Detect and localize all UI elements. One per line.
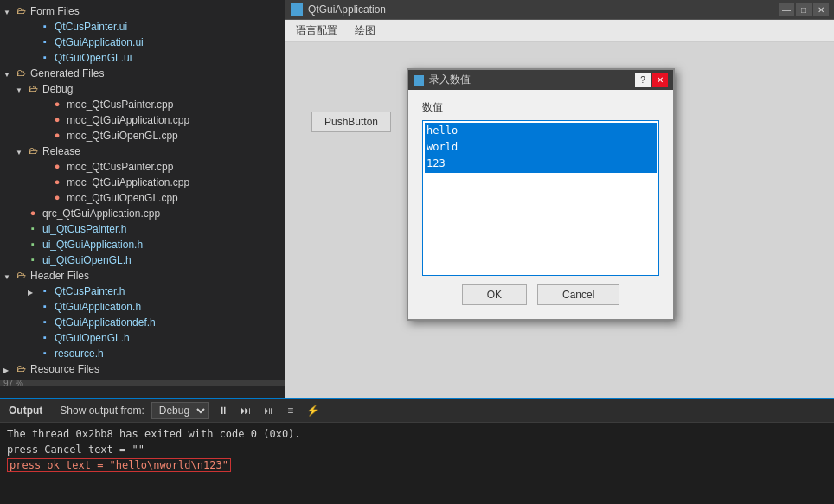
show-from-label: Show output from: xyxy=(60,405,144,417)
sidebar-item-release[interactable]: 🗁 Release xyxy=(0,144,285,159)
sidebar-item-moc-opengl-r[interactable]: ● moc_QtGuiOpenGL.cpp xyxy=(0,190,285,206)
folder-icon-form-files: 🗁 xyxy=(14,5,28,17)
dialog-content: 数值 hello world 123 OK Cancel xyxy=(408,90,673,319)
sidebar-item-qtguiapplicationdef-h[interactable]: ▪ QtGuiApplicationdef.h xyxy=(0,315,285,330)
sidebar-scrollbar[interactable]: 97 % xyxy=(0,380,285,386)
cpp-icon-4: ● xyxy=(50,161,64,173)
minimize-button[interactable]: — xyxy=(779,3,794,16)
dialog-buttons: OK Cancel xyxy=(422,276,659,309)
label-moc-gui-d: moc_QtGuiApplication.cpp xyxy=(67,114,189,126)
sidebar-item-moc-cus-r[interactable]: ● moc_QtCusPainter.cpp xyxy=(0,159,285,175)
sidebar-item-qtguiapplication-h[interactable]: ▪ QtGuiApplication.h xyxy=(0,299,285,315)
qt-menubar: 语言配置 绘图 xyxy=(285,20,834,42)
dialog-titlebar-left: 录入数值 xyxy=(414,73,471,87)
arrow-resource-files xyxy=(3,365,14,374)
content-area: QtGuiApplication — □ ✕ 语言配置 绘图 PushButto… xyxy=(285,0,834,398)
output-title: Output xyxy=(9,405,42,417)
arrow-debug xyxy=(16,85,26,94)
label-resource-h: resource.h xyxy=(55,348,104,360)
sidebar-item-resource-files[interactable]: 🗁 Resource Files xyxy=(0,361,285,377)
close-button[interactable]: ✕ xyxy=(813,3,829,16)
label-qrc: qrc_QtGuiApplication.cpp xyxy=(42,207,160,220)
dialog-line-123: 123 xyxy=(425,156,657,172)
toolbar-btn-1[interactable]: ⏸ xyxy=(215,404,231,418)
arrow-header-files xyxy=(3,271,14,281)
sidebar-item-moc-gui-r[interactable]: ● moc_QtGuiApplication.cpp xyxy=(0,175,285,190)
file-tree-sidebar: 🗁 Form Files ▪ QtCusPainter.ui ▪ QtGuiAp… xyxy=(0,0,285,398)
sidebar-item-qtguiopengl-ui[interactable]: ▪ QtGuiOpenGL.ui xyxy=(0,50,285,66)
sidebar-item-moc-cus-d[interactable]: ● moc_QtCusPainter.cpp xyxy=(0,97,285,112)
h-icon-1: ▪ xyxy=(26,223,40,235)
dialog-close-button[interactable]: ✕ xyxy=(652,73,668,87)
h-icon-6: ▪ xyxy=(38,316,52,329)
zoom-level: 97 % xyxy=(3,379,23,388)
sidebar-item-resource-h[interactable]: ▪ resource.h xyxy=(0,346,285,361)
dialog-value-label: 数值 xyxy=(422,100,659,115)
output-line-2: press ok text = "hello\nworld\n123" xyxy=(7,457,827,473)
ui-icon-1: ▪ xyxy=(38,21,52,33)
cpp-icon-3: ● xyxy=(50,130,64,142)
label-moc-opengl-r: moc_QtGuiOpenGL.cpp xyxy=(67,192,178,204)
qt-main-content: PushButton 录入数值 ? ✕ xyxy=(285,42,834,398)
dialog-line-world: world xyxy=(425,139,657,156)
sidebar-item-header-files[interactable]: 🗁 Header Files xyxy=(0,268,285,284)
sidebar-item-generated-files[interactable]: 🗁 Generated Files xyxy=(0,66,285,81)
output-source-dropdown[interactable]: Debug xyxy=(151,402,208,419)
cpp-icon-5: ● xyxy=(50,176,64,188)
label-header-files: Header Files xyxy=(30,270,89,282)
sidebar-item-qtcuspainter-h[interactable]: ▪ QtCusPainter.h xyxy=(0,284,285,299)
cpp-icon-1: ● xyxy=(50,99,64,111)
dialog-title: 录入数值 xyxy=(429,73,471,87)
ui-icon-3: ▪ xyxy=(38,52,52,64)
folder-icon-release: 🗁 xyxy=(26,145,40,157)
cpp-icon-2: ● xyxy=(50,114,64,126)
sidebar-item-ui-h-2[interactable]: ▪ ui_QtGuiApplication.h xyxy=(0,237,285,252)
sidebar-item-debug[interactable]: 🗁 Debug xyxy=(0,81,285,97)
qt-titlebar: QtGuiApplication — □ ✕ xyxy=(285,0,834,20)
label-form-files: Form Files xyxy=(30,5,80,17)
sidebar-item-qtguiapplication-ui[interactable]: ▪ QtGuiApplication.ui xyxy=(0,35,285,50)
label-qtguiapplication-ui: QtGuiApplication.ui xyxy=(55,36,144,48)
label-resource-files: Resource Files xyxy=(30,363,99,375)
toolbar-btn-4[interactable]: ≡ xyxy=(283,404,298,418)
output-highlighted-line: press ok text = "hello\nworld\n123" xyxy=(7,458,231,472)
sidebar-item-moc-opengl-d[interactable]: ● moc_QtGuiOpenGL.cpp xyxy=(0,128,285,144)
menu-draw[interactable]: 绘图 xyxy=(351,22,379,40)
h-icon-8: ▪ xyxy=(38,348,52,360)
sidebar-item-qtcuspainter-ui[interactable]: ▪ QtCusPainter.ui xyxy=(0,19,285,35)
dialog-win-controls: ? ✕ xyxy=(635,73,668,87)
sidebar-item-form-files[interactable]: 🗁 Form Files xyxy=(0,3,285,19)
label-ui-h-2: ui_QtGuiApplication.h xyxy=(42,239,143,251)
sidebar-item-ui-h-1[interactable]: ▪ ui_QtCusPainter.h xyxy=(0,221,285,237)
label-qtguiapplication-h: QtGuiApplication.h xyxy=(55,301,141,313)
main-container: 🗁 Form Files ▪ QtCusPainter.ui ▪ QtGuiAp… xyxy=(0,0,834,398)
sidebar-item-moc-gui-d[interactable]: ● moc_QtGuiApplication.cpp xyxy=(0,112,285,128)
menu-language[interactable]: 语言配置 xyxy=(292,22,341,40)
sidebar-item-ui-h-3[interactable]: ▪ ui_QtGuiOpenGL.h xyxy=(0,252,285,268)
arrow-qtcuspainter-h xyxy=(28,287,38,297)
dialog-overlay: 录入数值 ? ✕ 数值 hello world 123 xyxy=(407,68,675,321)
dialog-titlebar: 录入数值 ? ✕ xyxy=(408,70,673,90)
folder-icon-generated: 🗁 xyxy=(14,67,28,80)
h-icon-3: ▪ xyxy=(26,254,40,266)
output-panel: Output Show output from: Debug ⏸ ⏭ ⏯ ≡ ⚡… xyxy=(0,398,834,504)
maximize-button[interactable]: □ xyxy=(796,3,812,16)
sidebar-item-qtguiopengl-h[interactable]: ▪ QtGuiOpenGL.h xyxy=(0,330,285,346)
dialog-help-button[interactable]: ? xyxy=(635,73,651,87)
dialog-cancel-button[interactable]: Cancel xyxy=(537,284,619,305)
label-ui-h-3: ui_QtGuiOpenGL.h xyxy=(42,254,132,266)
sidebar-item-qrc[interactable]: ● qrc_QtGuiApplication.cpp xyxy=(0,206,285,221)
folder-icon-resource: 🗁 xyxy=(14,363,28,375)
push-button[interactable]: PushButton xyxy=(311,112,391,132)
toolbar-btn-3[interactable]: ⏯ xyxy=(260,404,276,418)
dialog-icon xyxy=(414,75,424,86)
label-qtcuspainter-h: QtCusPainter.h xyxy=(55,285,125,297)
output-content: The thread 0x2bb8 has exited with code 0… xyxy=(0,423,834,504)
dialog-textarea-container: hello world 123 xyxy=(422,120,659,276)
toolbar-btn-5[interactable]: ⚡ xyxy=(305,404,321,418)
label-ui-h-1: ui_QtCusPainter.h xyxy=(42,223,126,235)
label-qtcuspainter-ui: QtCusPainter.ui xyxy=(55,21,127,33)
toolbar-btn-2[interactable]: ⏭ xyxy=(238,404,253,418)
qt-app-icon xyxy=(291,3,303,16)
dialog-ok-button[interactable]: OK xyxy=(462,284,527,305)
